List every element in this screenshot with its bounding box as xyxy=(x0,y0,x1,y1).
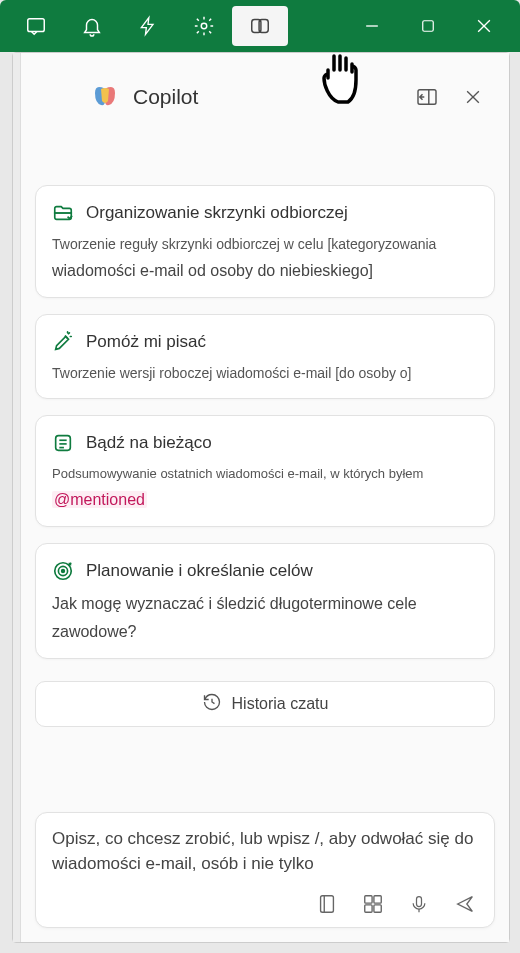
bell-icon[interactable] xyxy=(64,6,120,46)
copilot-logo-icon xyxy=(91,83,119,111)
notebook-icon[interactable] xyxy=(314,891,340,917)
dock-icon[interactable] xyxy=(411,81,443,113)
card-line1: Tworzenie reguły skrzynki odbiorczej w c… xyxy=(52,234,478,255)
gear-icon[interactable] xyxy=(176,6,232,46)
card-title: Bądź na bieżąco xyxy=(86,433,212,453)
send-icon[interactable] xyxy=(452,891,478,917)
suggestion-card-help-write[interactable]: Pomóż mi pisać Tworzenie wersji roboczej… xyxy=(35,314,495,399)
card-line1: Tworzenie wersji roboczej wiadomości e-m… xyxy=(52,363,478,384)
card-line1: Podsumowywanie ostatnich wiadomości e-ma… xyxy=(52,464,478,484)
minimize-button[interactable] xyxy=(344,6,400,46)
suggestion-cards: Organizowanie skrzynki odbiorczej Tworze… xyxy=(21,133,509,659)
microphone-icon[interactable] xyxy=(406,891,432,917)
goals-icon xyxy=(52,560,74,582)
todo-icon[interactable] xyxy=(8,6,64,46)
chat-history-button[interactable]: Historia czatu xyxy=(35,681,495,727)
card-line2: wiadomości e-mail od osoby do niebieskie… xyxy=(52,259,478,283)
close-window-button[interactable] xyxy=(456,6,512,46)
stay-current-icon xyxy=(52,432,74,454)
svg-point-1 xyxy=(201,23,207,29)
card-line2: zawodowe? xyxy=(52,620,478,644)
svg-rect-19 xyxy=(321,896,334,913)
inbox-organize-icon xyxy=(52,202,74,224)
svg-rect-21 xyxy=(365,896,372,903)
card-title: Pomóż mi pisać xyxy=(86,332,206,352)
title-bar xyxy=(0,0,520,52)
content-edge xyxy=(13,53,21,942)
close-panel-button[interactable] xyxy=(457,81,489,113)
apps-icon[interactable] xyxy=(360,891,386,917)
card-line1: Jak mogę wyznaczać i śledzić długotermin… xyxy=(52,592,478,616)
svg-rect-22 xyxy=(374,896,381,903)
suggestion-card-stay-current[interactable]: Bądź na bieżąco Podsumowywanie ostatnich… xyxy=(35,415,495,527)
suggestion-card-goals[interactable]: Planowanie i określanie celów Jak mogę w… xyxy=(35,543,495,659)
chat-input-box[interactable]: Opisz, co chcesz zrobić, lub wpisz /, ab… xyxy=(35,812,495,928)
card-title: Organizowanie skrzynki odbiorczej xyxy=(86,203,348,223)
svg-rect-25 xyxy=(417,897,422,907)
chat-input-placeholder: Opisz, co chcesz zrobić, lub wpisz /, ab… xyxy=(52,827,478,881)
suggestion-card-organize-inbox[interactable]: Organizowanie skrzynki odbiorczej Tworze… xyxy=(35,185,495,298)
write-assist-icon xyxy=(52,331,74,353)
copilot-header: Copilot xyxy=(21,53,509,133)
mention-token: @mentioned xyxy=(52,491,147,508)
svg-rect-5 xyxy=(423,21,434,32)
svg-rect-23 xyxy=(365,905,372,912)
svg-rect-0 xyxy=(28,19,45,32)
copilot-title: Copilot xyxy=(133,85,397,109)
maximize-button[interactable] xyxy=(400,6,456,46)
copilot-ribbon-button[interactable] xyxy=(232,6,288,46)
history-icon xyxy=(202,692,222,716)
copilot-pane: Copilot Organizowanie skrzynki odbiorcze… xyxy=(12,52,510,943)
bolt-icon[interactable] xyxy=(120,6,176,46)
card-title: Planowanie i określanie celów xyxy=(86,561,313,581)
svg-point-18 xyxy=(62,569,65,572)
svg-rect-24 xyxy=(374,905,381,912)
history-label: Historia czatu xyxy=(232,695,329,713)
